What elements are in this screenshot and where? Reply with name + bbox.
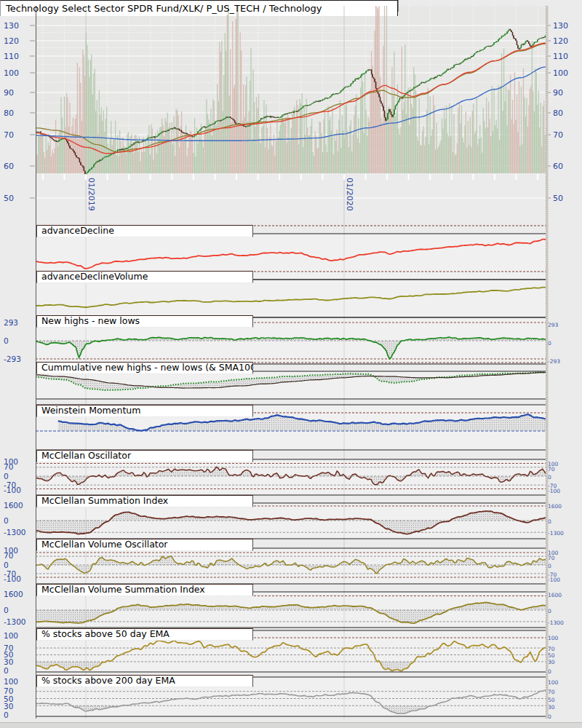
candle-body [420, 82, 422, 84]
candle-body [39, 132, 40, 132]
panel-header-advance-decline[interactable]: advanceDecline [36, 225, 253, 237]
panel-header-mcclellan-volume-oscillator[interactable]: McClellan Volume Oscillator [36, 539, 253, 551]
volume-bar [410, 87, 411, 173]
volume-bar [116, 155, 116, 173]
volume-bar [453, 152, 453, 173]
candle-body [148, 138, 149, 138]
candle-body [216, 121, 218, 122]
volume-bar [290, 141, 290, 173]
volume-bar [528, 105, 529, 173]
candle-body [322, 99, 324, 100]
volume-bar [44, 158, 45, 173]
volume-bar [49, 146, 49, 173]
volume-bar [388, 106, 389, 173]
volume-bar [71, 126, 72, 173]
candle-body [58, 140, 60, 141]
candle-body [104, 157, 105, 158]
candle-body [353, 81, 354, 83]
candle-body [372, 74, 372, 77]
volume-bar [433, 95, 434, 173]
panel-y-label-right: 0 [548, 518, 551, 525]
panel-header-weinstein-momentum[interactable]: Weinstein Momentum [36, 405, 253, 417]
volume-bar [353, 134, 354, 173]
volume-bar [170, 141, 171, 173]
volume-bar [344, 138, 345, 173]
main-y-label-left: 60 [4, 162, 14, 171]
candle-body [294, 111, 295, 113]
volume-bar [239, 124, 239, 173]
volume-bar [418, 141, 418, 173]
volume-bar [455, 155, 455, 173]
panel-header-advance-decline-volume[interactable]: advanceDeclineVolume [36, 271, 253, 283]
candle-body [276, 117, 278, 118]
volume-bar [342, 116, 343, 173]
panel-title: Cummulative new highs - new lows (& SMA1… [41, 362, 253, 373]
volume-bar [517, 95, 517, 173]
panel-header-cumulative-new-highs[interactable]: Cummulative new highs - new lows (& SMA1… [36, 362, 253, 374]
volume-bar [247, 122, 248, 173]
candle-body [499, 39, 501, 40]
candle-body [541, 38, 542, 39]
candle-body [292, 112, 293, 113]
panel-y-label-left: 70 [4, 551, 13, 560]
candle-body [166, 131, 167, 132]
candle-body [308, 105, 309, 106]
candle-body [143, 141, 145, 141]
volume-bar [243, 84, 244, 173]
panel-y-label-left: 293 [4, 318, 18, 327]
candle-body [175, 127, 176, 129]
candle-body [325, 98, 327, 98]
volume-bar [279, 131, 279, 173]
volume-bar [535, 68, 535, 173]
panel-header-pct-stocks-above-200dema[interactable]: % stocks above 200 day EMA [36, 675, 253, 687]
panel-y-label-right: 0 [548, 668, 551, 675]
candle-body [234, 121, 236, 123]
panel-header-mcclellan-oscillator[interactable]: McClellan Oscillator [36, 450, 253, 462]
candle-body [60, 140, 61, 141]
volume-bar [195, 157, 196, 173]
candle-body [276, 117, 277, 118]
volume-bar [228, 6, 228, 173]
candle-body [120, 149, 121, 150]
volume-bar [327, 152, 327, 173]
volume-bar [268, 149, 268, 173]
volume-bar [539, 127, 540, 173]
candle-body [420, 84, 421, 84]
panel-y-label-right: 100 [548, 679, 559, 686]
candle-body [380, 97, 381, 101]
candle-body [207, 127, 209, 127]
volume-bar [522, 145, 522, 173]
panel-header-pct-stocks-above-50dema[interactable]: % stocks above 50 day EMA [36, 628, 253, 641]
candle-body [162, 132, 163, 132]
candle-body [54, 141, 55, 141]
panel-background [36, 280, 546, 317]
candle-body [411, 90, 412, 90]
volume-bar [92, 95, 93, 173]
volume-bar [58, 132, 59, 173]
candle-body [52, 138, 53, 140]
volume-bar [238, 6, 239, 173]
candle-body [501, 36, 503, 37]
panel-header-new-highs-new-lows[interactable]: New highs - new lows [36, 315, 253, 328]
volume-bar [309, 135, 310, 173]
volume-bar [527, 127, 528, 173]
volume-bar [156, 154, 157, 173]
volume-bar [485, 129, 486, 173]
candle-body [156, 136, 158, 137]
volume-bar [155, 133, 156, 173]
volume-bar [351, 151, 352, 173]
panel-y-label-right: -293 [548, 358, 560, 365]
candle-body [111, 154, 112, 154]
panel-header-mcclellan-summation-index[interactable]: McClellan Summation Index [36, 495, 253, 507]
volume-bar [113, 139, 114, 173]
candle-body [73, 149, 74, 151]
candle-body [100, 160, 102, 161]
volume-bar [492, 86, 493, 173]
candle-body [231, 118, 232, 119]
candle-body [102, 158, 103, 159]
panel-header-mcclellan-volume-summation-index[interactable]: McClellan Volume Summation Index [36, 584, 253, 596]
volume-bar [181, 111, 182, 173]
candle-body [303, 106, 305, 106]
candle-body [528, 41, 530, 44]
candle-body [268, 116, 269, 117]
